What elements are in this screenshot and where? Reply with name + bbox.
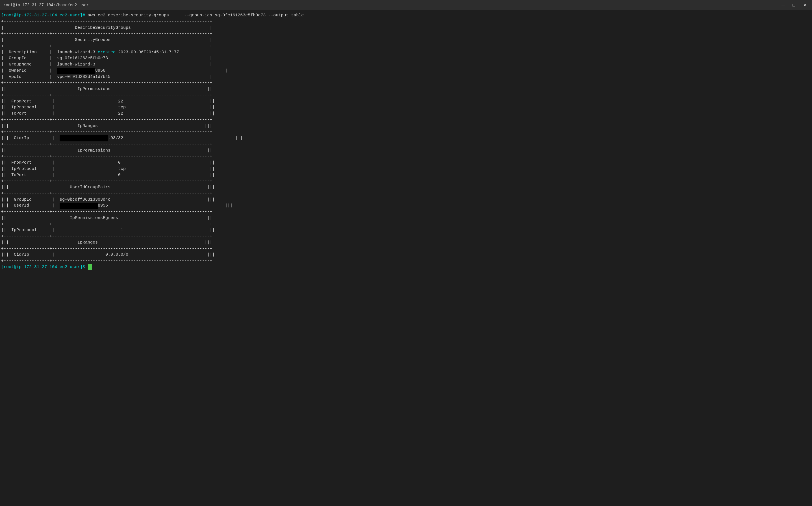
titlebar: root@ip-172-31-27-104:/home/ec2-user ─ □…: [0, 0, 812, 10]
row-ipprotocol-neg1: || IpProtocol | -1 ||: [1, 227, 811, 233]
table-border-11: +------------------+--------------------…: [1, 190, 811, 197]
table-border-top: +---------------------------------------…: [1, 19, 811, 25]
cursor-block: [88, 264, 92, 270]
row-vpcid: | VpcId | vpc-0f91d283d4a1d7b45 |: [1, 74, 811, 80]
row-toport-0: || ToPort | 0 ||: [1, 172, 811, 178]
prompt-line[interactable]: [root@ip-172-31-27-104 ec2-user]$: [1, 264, 811, 270]
table-border-9: +------------------+--------------------…: [1, 154, 811, 160]
command-line: [root@ip-172-31-27-104 ec2-user]# aws ec…: [1, 12, 811, 19]
row-ippermissions-header-2: || IpPermissions ||: [1, 148, 811, 154]
row-ippermissions-header: || IpPermissions ||: [1, 86, 811, 92]
row-ippermissionsegress-header: || IpPermissionsEgress ||: [1, 215, 811, 221]
terminal-window: root@ip-172-31-27-104:/home/ec2-user ─ □…: [0, 0, 812, 506]
row-description: | Description | launch-wizard-3 created …: [1, 50, 811, 56]
terminal-body[interactable]: [root@ip-172-31-27-104 ec2-user]# aws ec…: [0, 10, 812, 506]
row-fromport-0: || FromPort | 0 ||: [1, 160, 811, 166]
table-border-13: +------------------+--------------------…: [1, 221, 811, 228]
titlebar-path: root@ip-172-31-27-104:/home/ec2-user: [3, 3, 780, 7]
close-button[interactable]: ✕: [802, 2, 809, 8]
window-controls[interactable]: ─ □ ✕: [780, 2, 809, 8]
table-border-4: +------------------+--------------------…: [1, 80, 811, 86]
row-toport-22: || ToPort | 22 ||: [1, 111, 811, 117]
row-fromport-22: || FromPort | 22 ||: [1, 98, 811, 105]
row-userid: ||| UserId | 8956 |||: [1, 202, 811, 209]
table-border-5: +------------------+--------------------…: [1, 92, 811, 98]
table-border-16: +------------------+--------------------…: [1, 258, 811, 264]
minimize-button[interactable]: ─: [780, 2, 786, 8]
row-cidrip-2: ||| CidrIp | 0.0.0.0/0 |||: [1, 252, 811, 258]
row-groupname: | GroupName | launch-wizard-3 |: [1, 62, 811, 68]
table-border-10: +------------------+--------------------…: [1, 178, 811, 184]
row-ipprotocol-tcp1: || IpProtocol | tcp ||: [1, 104, 811, 111]
row-useridgrouppairs-header: ||| UserIdGroupPairs |||: [1, 184, 811, 190]
table-border-12: +------------------+--------------------…: [1, 209, 811, 215]
table-border-6: +------------------+--------------------…: [1, 117, 811, 123]
row-ownerid: | OwnerId | 8956 |: [1, 68, 811, 74]
table-header-describe: | DescribeSecurityGroups |: [1, 25, 811, 31]
row-cidrip-1: ||| CidrIp | .93/32 |||: [1, 135, 811, 141]
table-border-8: +------------------+--------------------…: [1, 141, 811, 148]
table-border-14: +------------------+--------------------…: [1, 233, 811, 240]
row-ipranges-header-1: ||| IpRanges |||: [1, 123, 811, 129]
row-ipprotocol-tcp2: || IpProtocol | tcp ||: [1, 166, 811, 172]
row-groupid-2: ||| GroupId | sg-0bcdff86313303d4c |||: [1, 197, 811, 203]
table-border-2: +------------------+--------------------…: [1, 31, 811, 37]
table-border-15: +------------------+--------------------…: [1, 246, 811, 252]
row-groupid: | GroupId | sg-0fc161263e5fb0e73 |: [1, 55, 811, 62]
maximize-button[interactable]: □: [791, 2, 797, 8]
table-border-7: +------------------+--------------------…: [1, 129, 811, 135]
table-border-3: +------------------+--------------------…: [1, 43, 811, 50]
row-ipranges-header-2: ||| IpRanges |||: [1, 240, 811, 246]
table-header-sg: | SecurityGroups |: [1, 37, 811, 43]
